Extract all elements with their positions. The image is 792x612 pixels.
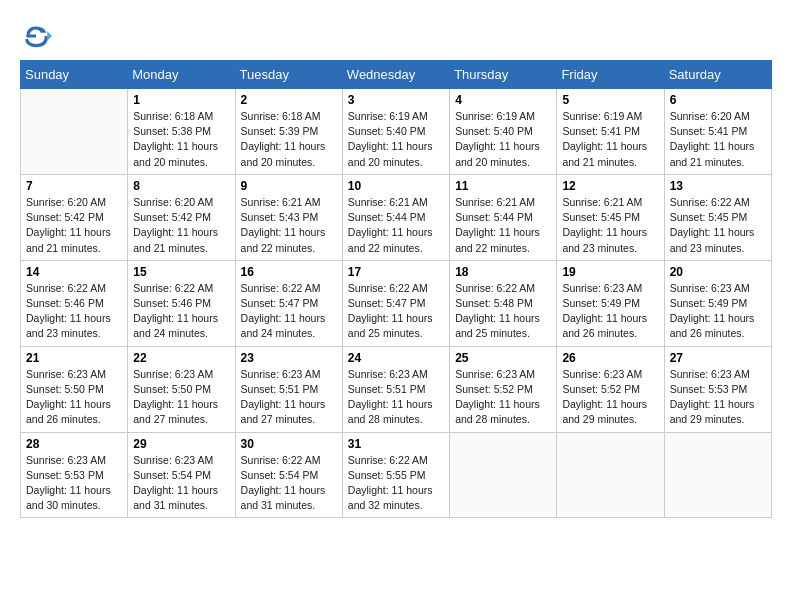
day-number: 29 bbox=[133, 437, 229, 451]
day-cell: 31Sunrise: 6:22 AMSunset: 5:55 PMDayligh… bbox=[342, 432, 449, 518]
day-number: 7 bbox=[26, 179, 122, 193]
day-info: Sunrise: 6:22 AMSunset: 5:54 PMDaylight:… bbox=[241, 453, 337, 514]
day-info: Sunrise: 6:22 AMSunset: 5:55 PMDaylight:… bbox=[348, 453, 444, 514]
day-info: Sunrise: 6:20 AMSunset: 5:41 PMDaylight:… bbox=[670, 109, 766, 170]
day-number: 4 bbox=[455, 93, 551, 107]
day-info: Sunrise: 6:23 AMSunset: 5:51 PMDaylight:… bbox=[241, 367, 337, 428]
day-info: Sunrise: 6:21 AMSunset: 5:44 PMDaylight:… bbox=[455, 195, 551, 256]
day-cell: 30Sunrise: 6:22 AMSunset: 5:54 PMDayligh… bbox=[235, 432, 342, 518]
day-info: Sunrise: 6:22 AMSunset: 5:47 PMDaylight:… bbox=[348, 281, 444, 342]
day-cell: 9Sunrise: 6:21 AMSunset: 5:43 PMDaylight… bbox=[235, 174, 342, 260]
day-number: 30 bbox=[241, 437, 337, 451]
day-info: Sunrise: 6:23 AMSunset: 5:49 PMDaylight:… bbox=[670, 281, 766, 342]
day-info: Sunrise: 6:18 AMSunset: 5:38 PMDaylight:… bbox=[133, 109, 229, 170]
day-info: Sunrise: 6:22 AMSunset: 5:46 PMDaylight:… bbox=[133, 281, 229, 342]
day-number: 5 bbox=[562, 93, 658, 107]
day-info: Sunrise: 6:23 AMSunset: 5:50 PMDaylight:… bbox=[26, 367, 122, 428]
day-number: 22 bbox=[133, 351, 229, 365]
day-cell bbox=[450, 432, 557, 518]
day-cell: 21Sunrise: 6:23 AMSunset: 5:50 PMDayligh… bbox=[21, 346, 128, 432]
logo-icon bbox=[20, 20, 52, 52]
day-number: 13 bbox=[670, 179, 766, 193]
weekday-header-friday: Friday bbox=[557, 61, 664, 89]
day-cell: 13Sunrise: 6:22 AMSunset: 5:45 PMDayligh… bbox=[664, 174, 771, 260]
day-number: 9 bbox=[241, 179, 337, 193]
day-cell: 11Sunrise: 6:21 AMSunset: 5:44 PMDayligh… bbox=[450, 174, 557, 260]
day-cell: 17Sunrise: 6:22 AMSunset: 5:47 PMDayligh… bbox=[342, 260, 449, 346]
weekday-header-thursday: Thursday bbox=[450, 61, 557, 89]
weekday-header-row: SundayMondayTuesdayWednesdayThursdayFrid… bbox=[21, 61, 772, 89]
svg-marker-0 bbox=[47, 31, 52, 41]
day-number: 8 bbox=[133, 179, 229, 193]
day-number: 2 bbox=[241, 93, 337, 107]
day-number: 1 bbox=[133, 93, 229, 107]
weekday-header-wednesday: Wednesday bbox=[342, 61, 449, 89]
day-info: Sunrise: 6:23 AMSunset: 5:49 PMDaylight:… bbox=[562, 281, 658, 342]
day-cell: 26Sunrise: 6:23 AMSunset: 5:52 PMDayligh… bbox=[557, 346, 664, 432]
day-info: Sunrise: 6:23 AMSunset: 5:52 PMDaylight:… bbox=[455, 367, 551, 428]
day-number: 18 bbox=[455, 265, 551, 279]
day-number: 3 bbox=[348, 93, 444, 107]
day-info: Sunrise: 6:23 AMSunset: 5:54 PMDaylight:… bbox=[133, 453, 229, 514]
week-row-2: 14Sunrise: 6:22 AMSunset: 5:46 PMDayligh… bbox=[21, 260, 772, 346]
weekday-header-tuesday: Tuesday bbox=[235, 61, 342, 89]
logo bbox=[20, 20, 56, 52]
day-info: Sunrise: 6:20 AMSunset: 5:42 PMDaylight:… bbox=[133, 195, 229, 256]
day-cell: 29Sunrise: 6:23 AMSunset: 5:54 PMDayligh… bbox=[128, 432, 235, 518]
day-cell: 18Sunrise: 6:22 AMSunset: 5:48 PMDayligh… bbox=[450, 260, 557, 346]
week-row-4: 28Sunrise: 6:23 AMSunset: 5:53 PMDayligh… bbox=[21, 432, 772, 518]
week-row-3: 21Sunrise: 6:23 AMSunset: 5:50 PMDayligh… bbox=[21, 346, 772, 432]
day-info: Sunrise: 6:23 AMSunset: 5:53 PMDaylight:… bbox=[670, 367, 766, 428]
day-cell: 8Sunrise: 6:20 AMSunset: 5:42 PMDaylight… bbox=[128, 174, 235, 260]
day-cell: 28Sunrise: 6:23 AMSunset: 5:53 PMDayligh… bbox=[21, 432, 128, 518]
day-cell: 3Sunrise: 6:19 AMSunset: 5:40 PMDaylight… bbox=[342, 89, 449, 175]
day-number: 20 bbox=[670, 265, 766, 279]
day-cell: 5Sunrise: 6:19 AMSunset: 5:41 PMDaylight… bbox=[557, 89, 664, 175]
day-number: 25 bbox=[455, 351, 551, 365]
day-number: 11 bbox=[455, 179, 551, 193]
day-info: Sunrise: 6:23 AMSunset: 5:53 PMDaylight:… bbox=[26, 453, 122, 514]
day-number: 15 bbox=[133, 265, 229, 279]
day-number: 17 bbox=[348, 265, 444, 279]
calendar-table: SundayMondayTuesdayWednesdayThursdayFrid… bbox=[20, 60, 772, 518]
day-info: Sunrise: 6:23 AMSunset: 5:50 PMDaylight:… bbox=[133, 367, 229, 428]
day-cell: 7Sunrise: 6:20 AMSunset: 5:42 PMDaylight… bbox=[21, 174, 128, 260]
day-info: Sunrise: 6:23 AMSunset: 5:52 PMDaylight:… bbox=[562, 367, 658, 428]
day-info: Sunrise: 6:21 AMSunset: 5:45 PMDaylight:… bbox=[562, 195, 658, 256]
day-number: 26 bbox=[562, 351, 658, 365]
day-number: 16 bbox=[241, 265, 337, 279]
day-number: 28 bbox=[26, 437, 122, 451]
day-info: Sunrise: 6:23 AMSunset: 5:51 PMDaylight:… bbox=[348, 367, 444, 428]
day-number: 10 bbox=[348, 179, 444, 193]
day-info: Sunrise: 6:22 AMSunset: 5:46 PMDaylight:… bbox=[26, 281, 122, 342]
weekday-header-sunday: Sunday bbox=[21, 61, 128, 89]
weekday-header-saturday: Saturday bbox=[664, 61, 771, 89]
page-header bbox=[20, 20, 772, 52]
day-number: 27 bbox=[670, 351, 766, 365]
day-cell: 27Sunrise: 6:23 AMSunset: 5:53 PMDayligh… bbox=[664, 346, 771, 432]
day-cell: 25Sunrise: 6:23 AMSunset: 5:52 PMDayligh… bbox=[450, 346, 557, 432]
day-info: Sunrise: 6:21 AMSunset: 5:43 PMDaylight:… bbox=[241, 195, 337, 256]
day-number: 12 bbox=[562, 179, 658, 193]
day-cell: 10Sunrise: 6:21 AMSunset: 5:44 PMDayligh… bbox=[342, 174, 449, 260]
day-cell: 24Sunrise: 6:23 AMSunset: 5:51 PMDayligh… bbox=[342, 346, 449, 432]
day-cell: 14Sunrise: 6:22 AMSunset: 5:46 PMDayligh… bbox=[21, 260, 128, 346]
day-info: Sunrise: 6:21 AMSunset: 5:44 PMDaylight:… bbox=[348, 195, 444, 256]
day-info: Sunrise: 6:18 AMSunset: 5:39 PMDaylight:… bbox=[241, 109, 337, 170]
day-info: Sunrise: 6:20 AMSunset: 5:42 PMDaylight:… bbox=[26, 195, 122, 256]
day-cell bbox=[664, 432, 771, 518]
day-number: 14 bbox=[26, 265, 122, 279]
day-info: Sunrise: 6:19 AMSunset: 5:40 PMDaylight:… bbox=[455, 109, 551, 170]
day-number: 6 bbox=[670, 93, 766, 107]
week-row-1: 7Sunrise: 6:20 AMSunset: 5:42 PMDaylight… bbox=[21, 174, 772, 260]
day-cell: 15Sunrise: 6:22 AMSunset: 5:46 PMDayligh… bbox=[128, 260, 235, 346]
day-cell: 16Sunrise: 6:22 AMSunset: 5:47 PMDayligh… bbox=[235, 260, 342, 346]
week-row-0: 1Sunrise: 6:18 AMSunset: 5:38 PMDaylight… bbox=[21, 89, 772, 175]
day-number: 19 bbox=[562, 265, 658, 279]
day-cell bbox=[557, 432, 664, 518]
day-cell: 12Sunrise: 6:21 AMSunset: 5:45 PMDayligh… bbox=[557, 174, 664, 260]
day-cell bbox=[21, 89, 128, 175]
day-number: 23 bbox=[241, 351, 337, 365]
day-cell: 2Sunrise: 6:18 AMSunset: 5:39 PMDaylight… bbox=[235, 89, 342, 175]
day-cell: 22Sunrise: 6:23 AMSunset: 5:50 PMDayligh… bbox=[128, 346, 235, 432]
